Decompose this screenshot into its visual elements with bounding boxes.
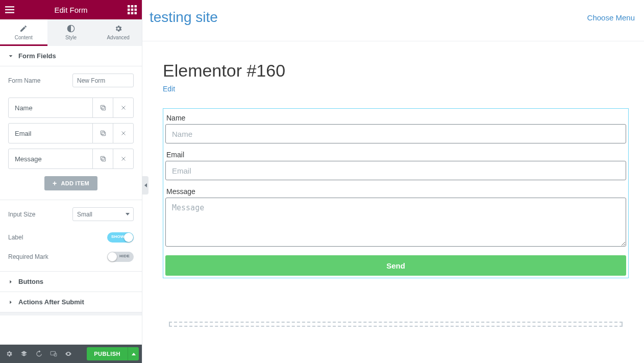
history-button[interactable] — [33, 348, 45, 360]
repeater-item[interactable]: Message — [8, 149, 134, 169]
repeater-item-label[interactable]: Message — [9, 149, 92, 168]
copy-icon — [100, 130, 107, 137]
section-form-fields-label: Form Fields — [18, 52, 56, 60]
publish-button[interactable]: PUBLISH — [87, 347, 128, 360]
message-textarea[interactable] — [165, 198, 626, 247]
chevron-right-icon — [8, 300, 13, 305]
duplicate-button[interactable] — [92, 124, 113, 143]
section-buttons[interactable]: Buttons — [0, 272, 142, 292]
repeater-item-label[interactable]: Name — [9, 98, 92, 117]
gear-icon — [6, 350, 13, 357]
fields-repeater: Name Email Message — [8, 98, 134, 169]
tab-content[interactable]: Content — [0, 19, 47, 46]
duplicate-button[interactable] — [92, 149, 113, 168]
required-mark-label: Required Mark — [8, 253, 48, 260]
copy-icon — [100, 155, 107, 162]
svg-rect-1 — [5, 9, 14, 10]
sidebar-footer: PUBLISH — [0, 345, 142, 363]
svg-rect-6 — [128, 9, 130, 11]
close-icon — [120, 104, 127, 111]
form-name-label: Form Name — [8, 77, 40, 84]
input-size-select[interactable] — [72, 207, 134, 221]
eye-icon — [65, 350, 72, 357]
responsive-button[interactable] — [47, 348, 60, 360]
remove-button[interactable] — [113, 98, 133, 117]
field-label-message: Message — [165, 187, 627, 196]
publish-options-button[interactable] — [128, 347, 139, 360]
section-form-fields[interactable]: Form Fields — [0, 46, 142, 66]
site-header: testing site Choose Menu — [142, 0, 644, 41]
choose-menu-link[interactable]: Choose Menu — [587, 13, 635, 22]
svg-rect-18 — [101, 156, 104, 160]
label-toggle[interactable]: SHOW — [107, 232, 134, 243]
preview-button[interactable] — [62, 348, 75, 360]
tab-content-label: Content — [15, 35, 33, 40]
apps-icon[interactable] — [128, 5, 137, 14]
field-label-name: Name — [165, 114, 627, 122]
section-actions-after-submit-label: Actions After Submit — [18, 298, 84, 306]
drop-zone[interactable] — [169, 322, 623, 327]
name-input[interactable] — [165, 124, 626, 143]
menu-icon[interactable] — [5, 5, 14, 14]
site-title[interactable]: testing site — [150, 9, 218, 26]
devices-icon — [50, 350, 57, 357]
svg-rect-16 — [101, 131, 104, 134]
editor-sidebar: Edit Form Content Style Advanced — [0, 0, 142, 363]
svg-rect-8 — [135, 9, 137, 11]
settings-button[interactable] — [3, 348, 15, 360]
form-widget[interactable]: Name Email Message Send — [163, 108, 629, 278]
field-label-email: Email — [165, 151, 627, 159]
required-mark-toggle[interactable]: HIDE — [107, 252, 134, 262]
tab-advanced[interactable]: Advanced — [94, 19, 142, 46]
contrast-icon — [67, 25, 75, 33]
preview-canvas: testing site Choose Menu Elementor #160 … — [142, 0, 644, 363]
close-icon — [120, 130, 127, 137]
add-item-label: ADD ITEM — [61, 180, 89, 186]
repeater-item[interactable]: Email — [8, 123, 134, 143]
svg-rect-13 — [102, 107, 105, 110]
copy-icon — [100, 104, 107, 111]
chevron-down-icon — [8, 54, 13, 59]
remove-button[interactable] — [113, 149, 133, 168]
submit-button[interactable]: Send — [165, 255, 626, 276]
sidebar-tabs: Content Style Advanced — [0, 19, 142, 46]
svg-rect-17 — [102, 158, 105, 161]
svg-rect-4 — [131, 5, 134, 8]
history-icon — [35, 350, 42, 357]
close-icon — [120, 155, 127, 162]
edit-link[interactable]: Edit — [163, 85, 175, 93]
section-buttons-label: Buttons — [18, 278, 43, 285]
svg-rect-15 — [102, 132, 105, 136]
label-toggle-label: Label — [8, 234, 23, 241]
label-toggle-text: SHOW — [111, 234, 125, 239]
required-mark-toggle-text: HIDE — [119, 254, 130, 258]
svg-rect-11 — [135, 12, 137, 15]
section-actions-after-submit[interactable]: Actions After Submit — [0, 292, 142, 312]
svg-rect-10 — [131, 12, 134, 15]
page-title: Elementor #160 — [163, 61, 629, 81]
navigator-button[interactable] — [18, 348, 30, 360]
email-input[interactable] — [165, 161, 626, 180]
layers-icon — [20, 350, 28, 357]
svg-rect-3 — [128, 5, 130, 8]
tab-advanced-label: Advanced — [107, 35, 129, 40]
svg-rect-5 — [135, 5, 137, 8]
svg-rect-14 — [101, 105, 104, 109]
tab-style-label: Style — [65, 35, 77, 40]
form-name-input[interactable] — [72, 74, 134, 87]
add-item-button[interactable]: + ADD ITEM — [44, 176, 97, 190]
chevron-right-icon — [8, 279, 13, 284]
plus-icon: + — [53, 180, 57, 187]
repeater-item-label[interactable]: Email — [9, 124, 92, 143]
input-size-label: Input Size — [8, 211, 35, 218]
svg-rect-0 — [5, 6, 14, 7]
svg-rect-7 — [131, 9, 134, 11]
svg-rect-9 — [128, 12, 130, 15]
collapse-sidebar-button[interactable] — [142, 176, 148, 195]
pencil-icon — [19, 25, 28, 33]
remove-button[interactable] — [113, 124, 133, 143]
tab-style[interactable]: Style — [47, 19, 95, 46]
repeater-item[interactable]: Name — [8, 98, 134, 118]
svg-rect-2 — [5, 12, 14, 13]
duplicate-button[interactable] — [92, 98, 113, 117]
